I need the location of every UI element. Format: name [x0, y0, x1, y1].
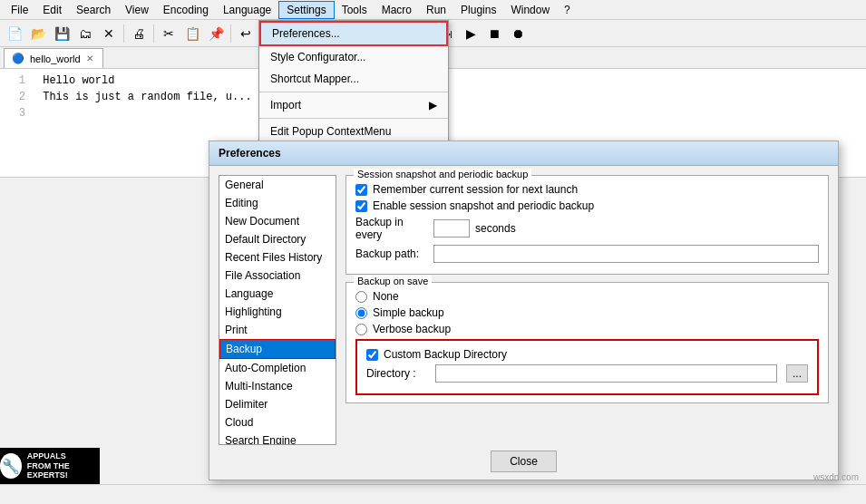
- remember-session-checkbox[interactable]: [355, 184, 367, 196]
- menu-tools[interactable]: Tools: [335, 2, 375, 18]
- dialog-footer: Close: [209, 451, 838, 472]
- preferences-label: Preferences...: [272, 27, 340, 40]
- preferences-list[interactable]: General Editing New Document Default Dir…: [219, 175, 336, 445]
- line-num-3: 3: [7, 105, 25, 121]
- menu-plugins[interactable]: Plugins: [453, 2, 503, 18]
- b7[interactable]: ▶: [460, 23, 482, 44]
- menu-sep: [259, 92, 448, 92]
- submenu-arrow-icon: ▶: [429, 99, 437, 111]
- menu-edit[interactable]: Edit: [35, 2, 69, 18]
- pref-delimiter[interactable]: Delimiter: [219, 395, 336, 413]
- custom-directory-input[interactable]: D:\Notepad Backup Files: [435, 364, 777, 383]
- backup-on-save-legend: Backup on save: [354, 276, 432, 286]
- dialog-title: Preferences: [209, 141, 838, 166]
- custom-backup-label: Custom Backup Directory: [384, 348, 507, 361]
- pref-backup[interactable]: Backup: [219, 339, 336, 359]
- menu-import[interactable]: Import ▶: [259, 94, 448, 116]
- backup-path-input[interactable]: C:\Users\Wareed\AppData\Roaming\Notepad+…: [433, 245, 819, 263]
- verbose-backup-row: Verbose backup: [355, 323, 819, 335]
- pref-print[interactable]: Print: [219, 321, 336, 339]
- pref-multi-instance[interactable]: Multi-Instance: [219, 377, 336, 395]
- backup-path-label: Backup path:: [355, 247, 428, 260]
- save-all-btn[interactable]: 🗂: [74, 23, 96, 44]
- wsxdn-label: wsxdn.com: [813, 472, 859, 482]
- b8[interactable]: ⏹: [483, 23, 505, 44]
- browse-button[interactable]: ...: [786, 364, 808, 383]
- pref-language[interactable]: Language: [219, 285, 336, 303]
- save-btn[interactable]: 💾: [51, 23, 73, 44]
- custom-backup-checkbox[interactable]: [366, 349, 378, 361]
- logo-area: 🔧 APPUALS FROM THE EXPERTS!: [0, 448, 100, 484]
- backup-interval-row: Backup in every 7 seconds: [355, 216, 819, 241]
- print-btn[interactable]: 🖨: [128, 23, 150, 44]
- statusbar: wsxdn.com: [0, 484, 866, 504]
- none-row: None: [355, 290, 819, 303]
- cut-btn[interactable]: ✂: [158, 23, 180, 44]
- custom-directory-row: Directory : D:\Notepad Backup Files ...: [366, 364, 808, 383]
- remember-session-label: Remember current session for next launch: [373, 183, 578, 196]
- menu-macro[interactable]: Macro: [375, 2, 419, 18]
- pref-general[interactable]: General: [219, 176, 336, 194]
- menu-settings[interactable]: Settings: [278, 1, 334, 19]
- menu-style-configurator[interactable]: Style Configurator...: [259, 46, 448, 68]
- menu-sep2: [259, 118, 448, 119]
- menu-file[interactable]: File: [4, 2, 35, 18]
- backup-interval-input[interactable]: 7: [433, 219, 470, 237]
- pref-editing[interactable]: Editing: [219, 194, 336, 212]
- tab-hello-world[interactable]: 🔵 hello_world ✕: [4, 48, 103, 68]
- b9[interactable]: ⏺: [507, 23, 529, 44]
- open-btn[interactable]: 📂: [27, 23, 49, 44]
- close-btn[interactable]: ✕: [98, 23, 120, 44]
- menu-language[interactable]: Language: [216, 2, 278, 18]
- pref-file-association[interactable]: File Association: [219, 267, 336, 285]
- pref-new-document[interactable]: New Document: [219, 212, 336, 230]
- simple-backup-label: Simple backup: [373, 306, 444, 319]
- pref-cloud[interactable]: Cloud: [219, 413, 336, 431]
- custom-backup-checkbox-row: Custom Backup Directory: [366, 348, 808, 361]
- settings-menu: Preferences... Style Configurator... Sho…: [258, 20, 449, 143]
- menu-run[interactable]: Run: [419, 2, 453, 18]
- menu-edit-popup[interactable]: Edit Popup ContextMenu: [259, 121, 448, 142]
- menu-view[interactable]: View: [118, 2, 156, 18]
- enable-snapshot-label: Enable session snapshot and periodic bac…: [373, 199, 594, 212]
- menu-shortcut-mapper[interactable]: Shortcut Mapper...: [259, 68, 448, 90]
- none-label: None: [373, 290, 399, 303]
- backup-path-row: Backup path: C:\Users\Wareed\AppData\Roa…: [355, 245, 819, 263]
- simple-backup-radio[interactable]: [355, 307, 367, 319]
- style-configurator-label: Style Configurator...: [270, 51, 365, 63]
- menu-window[interactable]: Window: [503, 2, 557, 18]
- line-num-1: 1: [7, 73, 25, 89]
- pref-auto-completion[interactable]: Auto-Completion: [219, 359, 336, 377]
- menu-encoding[interactable]: Encoding: [156, 2, 216, 18]
- new-btn[interactable]: 📄: [4, 23, 25, 44]
- pref-highlighting[interactable]: Highlighting: [219, 303, 336, 321]
- pref-default-directory[interactable]: Default Directory: [219, 230, 336, 248]
- line-num-2: 2: [7, 89, 25, 105]
- dialog-body: General Editing New Document Default Dir…: [209, 166, 838, 454]
- menu-search[interactable]: Search: [69, 2, 118, 18]
- sep3: [230, 24, 231, 43]
- tab-close-icon[interactable]: ✕: [86, 53, 93, 63]
- enable-snapshot-row: Enable session snapshot and periodic bac…: [355, 199, 819, 212]
- custom-backup-box: Custom Backup Directory Directory : D:\N…: [355, 339, 819, 395]
- import-label: Import: [270, 99, 301, 111]
- undo-btn[interactable]: ↩: [235, 23, 257, 44]
- tab-label: hello_world: [30, 53, 81, 64]
- session-snapshot-legend: Session snapshot and periodic backup: [354, 169, 531, 179]
- session-snapshot-section: Session snapshot and periodic backup Rem…: [345, 175, 829, 275]
- paste-btn[interactable]: 📌: [205, 23, 227, 44]
- close-dialog-button[interactable]: Close: [491, 451, 557, 472]
- menu-help[interactable]: ?: [557, 2, 578, 18]
- line-content-1: Hello world: [43, 74, 114, 87]
- sep1: [123, 24, 124, 43]
- menubar: File Edit Search View Encoding Language …: [0, 0, 866, 20]
- pref-recent-files[interactable]: Recent Files History: [219, 248, 336, 267]
- directory-label: Directory :: [366, 367, 430, 380]
- enable-snapshot-checkbox[interactable]: [355, 200, 367, 212]
- none-radio[interactable]: [355, 291, 367, 303]
- menu-preferences[interactable]: Preferences...: [259, 21, 448, 46]
- pref-search-engine[interactable]: Search Engine: [219, 431, 336, 445]
- copy-btn[interactable]: 📋: [181, 23, 203, 44]
- verbose-backup-radio[interactable]: [355, 324, 367, 335]
- simple-backup-row: Simple backup: [355, 306, 819, 319]
